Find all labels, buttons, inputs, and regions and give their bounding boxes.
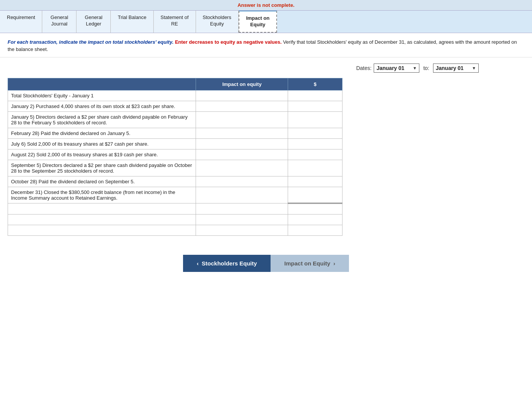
col-header-dollar: $ [288, 78, 342, 90]
row-desc-7: October 28) Paid the dividend declared o… [8, 176, 196, 187]
tab-statement-of-re[interactable]: Statement ofRE [154, 11, 196, 33]
row-impact-1[interactable] [196, 101, 288, 111]
main-table-wrapper: Impact on equity $ Total Stockholders' E… [0, 76, 532, 243]
tab-general-journal[interactable]: GeneralJournal [42, 11, 76, 33]
tab-list: Requirement GeneralJournal GeneralLedger… [0, 11, 532, 33]
table-row: August 22) Sold 2,000 of its treasury sh… [8, 149, 342, 160]
dollar-input-1[interactable] [291, 103, 339, 109]
dates-from-select[interactable]: January 01 ▼ [374, 64, 419, 73]
empty-dollar-input-2[interactable] [291, 217, 339, 222]
dates-to-value: January 01 [436, 65, 464, 71]
row-dollar-0[interactable] [288, 90, 342, 101]
row-dollar-4[interactable] [288, 138, 342, 149]
tab-impact-on-equity[interactable]: Impact onEquity [239, 11, 277, 33]
row-desc-4: July 6) Sold 2,000 of its treasury share… [8, 138, 196, 149]
dollar-input-2[interactable] [291, 114, 339, 120]
empty-dollar-input-3[interactable] [291, 227, 339, 233]
dollar-input-7[interactable] [291, 179, 339, 184]
dollar-input-5[interactable] [291, 152, 339, 157]
impact-input-8[interactable] [199, 189, 285, 195]
next-arrow-icon: › [333, 260, 335, 267]
col-header-desc [8, 78, 196, 90]
answer-status: Answer is not complete. [237, 2, 295, 8]
impact-input-3[interactable] [199, 130, 285, 136]
next-button[interactable]: Impact on Equity › [271, 255, 349, 272]
dollar-input-6[interactable] [291, 162, 339, 168]
table-row: January 2) Purchased 4,000 shares of its… [8, 101, 342, 111]
empty-dollar-1[interactable] [288, 203, 342, 214]
empty-dollar-3[interactable] [288, 225, 342, 235]
empty-desc-3 [8, 225, 196, 235]
row-desc-3: February 28) Paid the dividend declared … [8, 128, 196, 138]
row-impact-2[interactable] [196, 111, 288, 128]
tab-stockholders-equity[interactable]: StockholdersEquity [196, 11, 239, 33]
dates-from-value: January 01 [376, 65, 404, 71]
prev-button[interactable]: ‹ Stockholders Equity [183, 255, 271, 272]
row-dollar-5[interactable] [288, 149, 342, 160]
bottom-navigation: ‹ Stockholders Equity Impact on Equity › [0, 255, 532, 283]
empty-impact-input-1[interactable] [199, 206, 285, 211]
impact-input-0[interactable] [199, 93, 285, 98]
table-row: October 28) Paid the dividend declared o… [8, 176, 342, 187]
table-row: January 5) Directors declared a $2 per s… [8, 111, 342, 128]
row-desc-0: Total Stockholders' Equity - January 1 [8, 90, 196, 101]
next-button-label: Impact on Equity [284, 260, 330, 267]
empty-impact-input-2[interactable] [199, 217, 285, 222]
answer-bar: Answer is not complete. [0, 0, 532, 11]
impact-input-7[interactable] [199, 179, 285, 184]
table-row: December 31) Closed the $380,500 credit … [8, 187, 342, 203]
row-impact-0[interactable] [196, 90, 288, 101]
row-dollar-8[interactable] [288, 187, 342, 203]
row-impact-5[interactable] [196, 149, 288, 160]
table-row-empty-2 [8, 214, 342, 225]
empty-impact-2[interactable] [196, 214, 288, 225]
dates-row: Dates: January 01 ▼ to: January 01 ▼ [0, 57, 532, 76]
empty-impact-input-3[interactable] [199, 227, 285, 233]
row-dollar-1[interactable] [288, 101, 342, 111]
tab-requirement[interactable]: Requirement [0, 11, 42, 33]
impact-input-2[interactable] [199, 114, 285, 120]
impact-input-4[interactable] [199, 141, 285, 147]
table-row: September 5) Directors declared a $2 per… [8, 160, 342, 176]
dates-to-select[interactable]: January 01 ▼ [433, 64, 479, 73]
row-impact-6[interactable] [196, 160, 288, 176]
tab-navigation: Requirement GeneralJournal GeneralLedger… [0, 11, 532, 33]
instructions-block: For each transaction, indicate the impac… [0, 33, 532, 57]
table-row-empty-1 [8, 203, 342, 214]
row-desc-8: December 31) Closed the $380,500 credit … [8, 187, 196, 203]
tab-general-ledger[interactable]: GeneralLedger [76, 11, 111, 33]
row-impact-8[interactable] [196, 187, 288, 203]
row-dollar-6[interactable] [288, 160, 342, 176]
row-impact-4[interactable] [196, 138, 288, 149]
row-dollar-7[interactable] [288, 176, 342, 187]
prev-arrow-icon: ‹ [197, 260, 199, 267]
dollar-input-8[interactable] [291, 189, 339, 195]
row-impact-3[interactable] [196, 128, 288, 138]
tab-trial-balance[interactable]: Trial Balance [111, 11, 153, 33]
prev-button-label: Stockholders Equity [202, 260, 257, 267]
table-row-empty-3 [8, 225, 342, 235]
row-impact-7[interactable] [196, 176, 288, 187]
dollar-input-3[interactable] [291, 130, 339, 136]
empty-impact-3[interactable] [196, 225, 288, 235]
dollar-input-0[interactable] [291, 93, 339, 98]
impact-input-1[interactable] [199, 103, 285, 109]
table-row: July 6) Sold 2,000 of its treasury share… [8, 138, 342, 149]
impact-input-5[interactable] [199, 152, 285, 157]
empty-impact-1[interactable] [196, 203, 288, 214]
dollar-input-4[interactable] [291, 141, 339, 147]
table-row: Total Stockholders' Equity - January 1 [8, 90, 342, 101]
impact-on-equity-table: Impact on equity $ Total Stockholders' E… [8, 78, 342, 236]
impact-input-6[interactable] [199, 162, 285, 168]
row-desc-1: January 2) Purchased 4,000 shares of its… [8, 101, 196, 111]
row-dollar-2[interactable] [288, 111, 342, 128]
empty-desc-1 [8, 203, 196, 214]
chevron-down-icon: ▼ [413, 66, 417, 70]
instructions-italic-bold: For each transaction, indicate the impac… [8, 39, 174, 45]
dates-to-label: to: [423, 65, 429, 71]
row-dollar-3[interactable] [288, 128, 342, 138]
empty-dollar-input-1[interactable] [291, 206, 339, 212]
dates-label: Dates: [356, 65, 371, 71]
table-row: February 28) Paid the dividend declared … [8, 128, 342, 138]
empty-dollar-2[interactable] [288, 214, 342, 225]
